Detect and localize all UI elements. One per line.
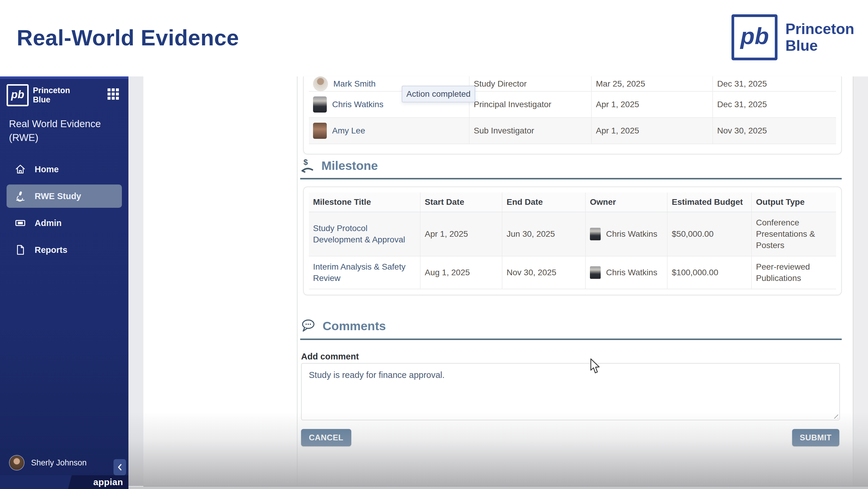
appian-logo: appian bbox=[93, 477, 123, 487]
milestone-owner: Chris Watkins bbox=[606, 268, 657, 278]
milestone-output-type: Conference Presentations & Posters bbox=[756, 217, 837, 251]
sidebar-item-label: Admin bbox=[35, 218, 62, 228]
milestone-section-header: $ Milestone bbox=[301, 158, 378, 173]
milestone-card: Milestone Title Start Date End Date Owne… bbox=[303, 187, 842, 295]
pb-monogram: pb bbox=[740, 23, 769, 50]
avatar bbox=[313, 96, 327, 112]
document-icon bbox=[15, 244, 26, 255]
column-header: Output Type bbox=[752, 193, 837, 211]
table-row[interactable]: Mark Smith Study Director Mar 25, 2025 D… bbox=[309, 76, 836, 92]
sidebar-item-label: Reports bbox=[35, 245, 67, 255]
sidebar-item-label: RWE Study bbox=[35, 191, 81, 201]
user-avatar bbox=[9, 456, 24, 470]
comments-section-header: Comments bbox=[301, 319, 386, 333]
comments-divider bbox=[300, 338, 842, 340]
column-header: End Date bbox=[502, 193, 586, 211]
avatar bbox=[590, 266, 601, 279]
table-row[interactable]: Interim Analysis & Safety Review Aug 1, … bbox=[309, 256, 836, 289]
column-header: Milestone Title bbox=[309, 193, 421, 211]
person-end-date: Dec 31, 2025 bbox=[717, 79, 767, 89]
hand-dollar-icon: $ bbox=[301, 158, 315, 173]
brand-line1: Princeton bbox=[785, 21, 854, 37]
pb-monogram-small: pb bbox=[11, 88, 24, 101]
milestone-section-title: Milestone bbox=[321, 159, 378, 173]
sidebar-item-admin[interactable]: Admin bbox=[0, 209, 128, 236]
brand-words: Princeton Blue bbox=[785, 21, 854, 54]
left-gutter bbox=[128, 76, 143, 489]
pb-logo-icon-small: pb bbox=[7, 84, 29, 106]
microscope-icon bbox=[15, 191, 26, 201]
avatar bbox=[313, 123, 327, 139]
milestone-start-date: Aug 1, 2025 bbox=[425, 268, 470, 278]
bottom-strip bbox=[128, 487, 868, 489]
column-header: Owner bbox=[586, 193, 668, 211]
milestone-divider bbox=[300, 178, 842, 180]
card-icon bbox=[15, 218, 26, 228]
sidebar-collapse-button[interactable] bbox=[114, 459, 126, 475]
avatar bbox=[313, 76, 328, 91]
sidebar-user: Sherly Johnson bbox=[0, 450, 128, 475]
brand-logo: pb Princeton Blue bbox=[732, 14, 854, 60]
person-end-date: Dec 31, 2025 bbox=[717, 100, 767, 109]
milestone-budget: $50,000.00 bbox=[672, 229, 714, 239]
add-comment-label: Add comment bbox=[301, 352, 359, 361]
home-icon bbox=[15, 164, 26, 175]
milestone-output-type: Peer-reviewed Publications bbox=[756, 261, 837, 284]
person-name-link[interactable]: Mark Smith bbox=[333, 79, 376, 89]
sidebar-item-home[interactable]: Home bbox=[0, 156, 128, 183]
grid-icon[interactable] bbox=[107, 88, 119, 100]
milestone-end-date: Nov 30, 2025 bbox=[506, 268, 556, 278]
avatar bbox=[590, 228, 601, 240]
table-row[interactable]: Amy Lee Sub Investigator Apr 1, 2025 Nov… bbox=[309, 118, 836, 144]
milestone-title-link[interactable]: Study Protocol Development & Approval bbox=[313, 223, 420, 246]
submit-button[interactable]: SUBMIT bbox=[792, 429, 840, 446]
column-header: Estimated Budget bbox=[668, 193, 752, 211]
svg-text:$: $ bbox=[304, 158, 308, 167]
pb-logo-icon: pb bbox=[732, 14, 777, 60]
app-title-line1: Real World Evidence bbox=[9, 117, 101, 131]
table-row[interactable]: Chris Watkins Principal Investigator Apr… bbox=[309, 92, 836, 118]
sidebar-item-rwe-study[interactable]: RWE Study bbox=[7, 185, 122, 208]
comment-input[interactable]: Study is ready for finance approval. bbox=[301, 363, 840, 420]
sidebar-app-title: Real World Evidence (RWE) bbox=[9, 117, 101, 144]
person-start-date: Mar 25, 2025 bbox=[596, 79, 645, 89]
comments-section-title: Comments bbox=[322, 319, 386, 333]
sidebar-item-reports[interactable]: Reports bbox=[0, 236, 128, 263]
sidebar-item-label: Home bbox=[35, 164, 59, 174]
cancel-button[interactable]: CANCEL bbox=[301, 429, 351, 446]
person-role: Principal Investigator bbox=[474, 100, 551, 109]
page-title: Real-World Evidence bbox=[17, 25, 239, 51]
tooltip-text: Action completed bbox=[406, 89, 471, 99]
person-name-link[interactable]: Amy Lee bbox=[332, 126, 365, 135]
app-title-line2: (RWE) bbox=[9, 131, 101, 144]
sidebar: pb Princeton Blue Real World Evidence (R… bbox=[0, 76, 128, 489]
action-completed-tooltip: Action completed bbox=[402, 86, 475, 102]
appian-footer: appian bbox=[0, 475, 128, 489]
milestone-budget: $100,000.00 bbox=[672, 268, 718, 278]
person-start-date: Apr 1, 2025 bbox=[596, 126, 639, 135]
milestone-start-date: Apr 1, 2025 bbox=[425, 229, 468, 239]
user-name: Sherly Johnson bbox=[31, 458, 87, 467]
top-header: Real-World Evidence pb Princeton Blue bbox=[0, 0, 868, 76]
person-start-date: Apr 1, 2025 bbox=[596, 100, 639, 109]
chevron-left-icon bbox=[117, 463, 123, 471]
study-team-card: Mark Smith Study Director Mar 25, 2025 D… bbox=[303, 76, 842, 154]
right-margin-strip bbox=[853, 76, 868, 489]
person-name-link[interactable]: Chris Watkins bbox=[332, 100, 383, 109]
milestone-owner: Chris Watkins bbox=[606, 229, 657, 239]
person-role: Study Director bbox=[474, 79, 527, 89]
form-left-border bbox=[297, 76, 298, 486]
sidebar-nav: Home RWE Study Admin Reports bbox=[0, 156, 128, 263]
column-header: Start Date bbox=[421, 193, 502, 211]
sidebar-brand: pb Princeton Blue bbox=[7, 84, 70, 106]
sidebar-brand-line2: Blue bbox=[33, 95, 70, 104]
mouse-cursor bbox=[590, 358, 602, 374]
sidebar-brand-line1: Princeton bbox=[33, 86, 70, 95]
milestone-title-link[interactable]: Interim Analysis & Safety Review bbox=[313, 261, 420, 284]
brand-line2: Blue bbox=[785, 37, 854, 54]
table-row[interactable]: Study Protocol Development & Approval Ap… bbox=[309, 212, 836, 256]
milestone-end-date: Jun 30, 2025 bbox=[506, 229, 555, 239]
milestone-table-header: Milestone Title Start Date End Date Owne… bbox=[309, 193, 836, 212]
speech-bubble-icon bbox=[301, 319, 316, 333]
person-end-date: Nov 30, 2025 bbox=[717, 126, 767, 135]
